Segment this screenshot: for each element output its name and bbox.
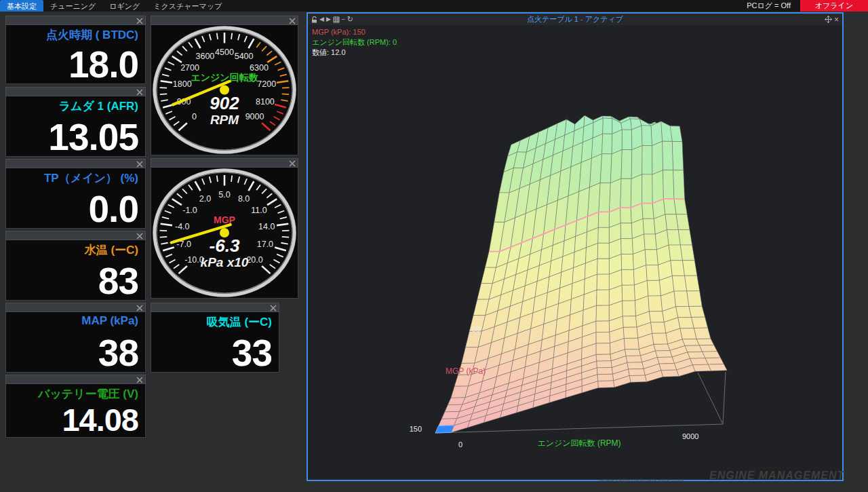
move-resize-icon[interactable] <box>270 305 277 311</box>
next-table-icon[interactable]: ▶ <box>326 16 331 22</box>
move-resize-icon[interactable] <box>136 377 143 383</box>
move-icon[interactable] <box>825 16 832 23</box>
surface-cell[interactable] <box>672 141 683 170</box>
surface-cell[interactable] <box>597 274 609 290</box>
surface-cell[interactable] <box>642 126 652 146</box>
surface-cell[interactable] <box>659 364 677 371</box>
surface-cell[interactable] <box>647 280 660 296</box>
surface-cell[interactable] <box>603 118 612 134</box>
surface-cell[interactable] <box>696 339 714 345</box>
close-icon[interactable]: × <box>834 16 839 24</box>
surface-cell[interactable] <box>620 178 631 208</box>
widget-titlebar[interactable] <box>5 16 146 25</box>
surface-cell[interactable] <box>652 141 663 174</box>
surface-cell[interactable] <box>645 250 658 265</box>
surface-cell[interactable] <box>629 375 646 382</box>
widget-titlebar[interactable] <box>151 303 279 312</box>
surface-cell[interactable] <box>588 183 601 216</box>
surface-cell[interactable] <box>646 265 660 281</box>
surface-cell[interactable] <box>590 154 602 187</box>
move-resize-icon[interactable] <box>136 89 143 96</box>
ignition-surface-plot[interactable] <box>308 25 841 480</box>
surface-cell[interactable] <box>610 178 622 212</box>
surface-cell[interactable] <box>685 276 700 291</box>
surface-cell[interactable] <box>687 291 702 307</box>
surface-cell[interactable] <box>654 344 670 351</box>
tab-logging[interactable]: ロギング <box>102 0 146 12</box>
surface-cell[interactable] <box>598 212 609 227</box>
surface-cell[interactable] <box>622 269 635 285</box>
surface-cell[interactable] <box>656 351 673 358</box>
surface-cell[interactable] <box>705 358 724 364</box>
widget-titlebar[interactable] <box>151 16 298 25</box>
minimize-icon[interactable]: – <box>342 16 345 22</box>
move-resize-icon[interactable] <box>289 160 296 167</box>
widget-titlebar[interactable] <box>5 87 146 96</box>
surface-cell[interactable] <box>642 204 654 219</box>
surface-cell[interactable] <box>663 170 674 200</box>
surface-cell[interactable] <box>663 141 673 170</box>
surface-cell[interactable] <box>708 364 727 371</box>
surface-cell[interactable] <box>661 121 673 142</box>
surface-cell[interactable] <box>597 361 612 368</box>
surface-cell[interactable] <box>623 301 636 316</box>
surface-cell[interactable] <box>439 419 457 426</box>
surface-cell[interactable] <box>596 321 610 333</box>
surface-cell[interactable] <box>652 170 664 204</box>
surface-cell[interactable] <box>626 356 642 362</box>
refresh-icon[interactable]: ↻ <box>347 16 353 23</box>
panel-titlebar[interactable]: ◀ ▶ – ↻ 点火テーブル 1 - アクティブ × <box>308 14 842 25</box>
surface-cell[interactable] <box>610 150 622 183</box>
surface-cell[interactable] <box>621 150 632 179</box>
surface-cell[interactable] <box>621 254 633 270</box>
surface-cell[interactable] <box>652 333 668 345</box>
lock-icon[interactable] <box>311 16 317 23</box>
widget-titlebar[interactable] <box>5 375 146 384</box>
surface-cell[interactable] <box>678 230 692 246</box>
surface-cell[interactable] <box>680 328 696 339</box>
surface-cell[interactable] <box>667 230 681 246</box>
move-resize-icon[interactable] <box>136 18 143 24</box>
surface-cell[interactable] <box>694 328 711 339</box>
surface-cell[interactable] <box>602 134 612 154</box>
surface-cell[interactable] <box>622 130 632 150</box>
surface-cell[interactable] <box>597 367 612 374</box>
offline-button[interactable]: オフライン <box>800 0 868 12</box>
surface-cell[interactable] <box>639 119 651 126</box>
surface-cell[interactable] <box>673 170 685 200</box>
surface-cell[interactable] <box>631 145 642 178</box>
surface-cell[interactable] <box>651 322 666 334</box>
surface-cell[interactable] <box>703 352 721 358</box>
surface-cell[interactable] <box>598 227 610 243</box>
surface-cell[interactable] <box>689 306 705 317</box>
surface-cell[interactable] <box>661 370 679 377</box>
surface-cell[interactable] <box>683 261 697 276</box>
widget-titlebar[interactable] <box>5 159 146 168</box>
move-resize-icon[interactable] <box>136 305 143 311</box>
surface-cell[interactable] <box>699 345 717 352</box>
surface-cell[interactable] <box>597 243 609 259</box>
surface-cell[interactable] <box>642 174 653 204</box>
surface-cell[interactable] <box>644 234 657 250</box>
move-resize-icon[interactable] <box>136 161 143 168</box>
surface-cell[interactable] <box>627 362 644 369</box>
surface-cell[interactable] <box>623 316 637 328</box>
surface-cell[interactable] <box>671 261 685 276</box>
surface-cell[interactable] <box>631 174 642 208</box>
surface-cell[interactable] <box>596 332 610 343</box>
surface-cell[interactable] <box>657 357 674 364</box>
surface-cell[interactable] <box>621 239 633 254</box>
surface-cell[interactable] <box>692 364 711 371</box>
surface-cell[interactable] <box>599 183 610 212</box>
surface-cell[interactable] <box>596 343 610 355</box>
surface-cell[interactable] <box>688 352 705 358</box>
tab-mixture-map[interactable]: ミクスチャーマップ <box>146 0 229 12</box>
selected-cell[interactable] <box>435 425 454 433</box>
tab-tuning[interactable]: チューニング <box>43 0 102 12</box>
surface-cell[interactable] <box>676 214 690 230</box>
surface-cell[interactable] <box>600 154 612 183</box>
surface-cell[interactable] <box>622 285 635 301</box>
surface-cell[interactable] <box>623 327 638 339</box>
surface-cell[interactable] <box>680 245 694 261</box>
widget-titlebar[interactable] <box>5 231 146 240</box>
